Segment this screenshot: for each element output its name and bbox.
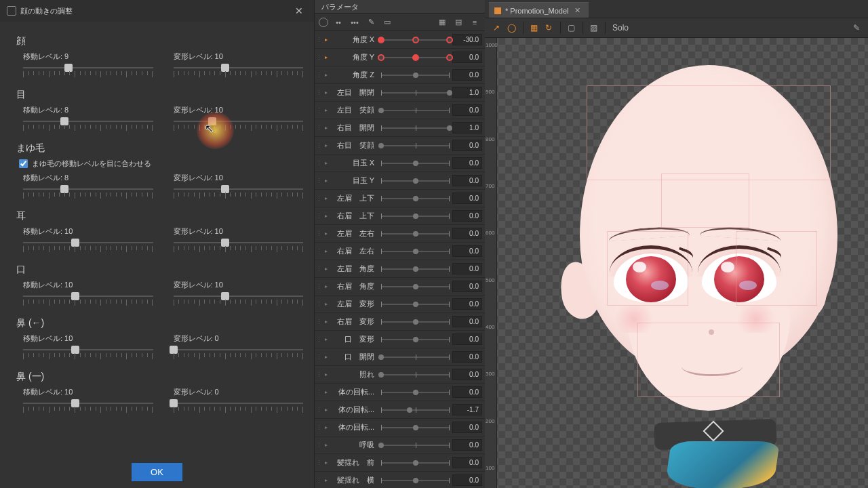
row-handle-icon[interactable]: ⋮ [316,160,323,167]
sync-brow-checkbox[interactable]: まゆ毛の移動レベルを目に合わせる [19,159,303,169]
list-icon[interactable]: ▤ [452,16,465,28]
row-handle-icon[interactable]: ⋮ [316,389,323,396]
row-handle-icon[interactable]: ⋮ [316,354,323,361]
level-slider[interactable]: 変形レベル: 10 [174,52,304,79]
row-handle-icon[interactable]: ⋮ [316,336,323,343]
row-handle-icon[interactable]: ⋮ [316,142,323,149]
level-slider[interactable]: 変形レベル: 0 [174,387,304,415]
param-value[interactable]: -30.0 [452,34,482,45]
tool-arrow-icon[interactable]: ↗ [490,22,502,34]
row-handle-icon[interactable]: ⋮ [316,178,323,184]
param-value[interactable]: 1.0 [452,87,482,98]
param-row[interactable]: ⋮ ▸ 目玉 X 0.0 [315,155,485,172]
param-value[interactable]: 0.0 [452,69,482,81]
row-handle-icon[interactable]: ⋮ [316,248,323,255]
level-slider[interactable]: 変形レベル: 10 [174,173,304,201]
level-slider[interactable]: 移動レベル: 8 [23,173,153,201]
parameter-tab[interactable]: パラメータ [315,0,485,14]
key-edit-icon[interactable]: ✎ [365,16,377,28]
row-handle-icon[interactable]: ⋮ [316,460,323,466]
param-value[interactable]: 0.0 [452,333,482,345]
param-row[interactable]: ⋮ ▸ 呼吸 0.0 [315,436,485,454]
param-row[interactable]: ⋮ ▸ 体の回転... 0.0 [315,384,485,401]
param-value[interactable]: 0.0 [452,298,482,310]
row-handle-icon[interactable]: ⋮ [316,266,323,272]
param-value[interactable]: 0.0 [452,439,482,451]
param-row[interactable]: ⋮ ▸ 目玉 Y 0.0 [315,172,485,190]
param-row[interactable]: ⋮ ▸ 右眉 上下 0.0 [315,207,485,225]
row-handle-icon[interactable]: ⋮ [316,37,323,43]
param-row[interactable]: ⋮ ▸ 髪揺れ 横 0.0 [315,472,485,488]
row-handle-icon[interactable]: ⋮ [316,195,323,202]
level-slider[interactable]: 移動レベル: 10 [23,280,153,308]
param-row[interactable]: ⋮ ▸ 左目 笑顔 0.0 [315,102,485,119]
level-slider[interactable]: 変形レベル: 0 [174,333,304,361]
param-value[interactable]: 0.0 [452,281,482,292]
level-slider[interactable]: 移動レベル: 10 [23,333,153,361]
param-value[interactable]: 0.0 [452,245,482,257]
param-value[interactable]: 0.0 [452,192,482,204]
row-handle-icon[interactable]: ⋮ [316,407,323,413]
row-handle-icon[interactable]: ⋮ [316,72,323,79]
param-row[interactable]: ⋮ ▸ 右眉 変形 0.0 [315,313,485,331]
param-row[interactable]: ⋮ ▸ 右目 笑顔 0.0 [315,137,485,155]
param-value[interactable]: 0.0 [452,457,482,468]
tool-rotate-icon[interactable]: ↻ [542,22,555,34]
param-row[interactable]: ⋮ ▸ 角度 Y 0.0 [315,49,485,66]
level-slider[interactable]: 変形レベル: 10 [174,105,304,133]
param-row[interactable]: ⋮ ▸ 左眉 左右 0.0 [315,225,485,243]
param-row[interactable]: ⋮ ▸ 体の回転... -1.7 [315,401,485,419]
param-value[interactable]: 0.0 [452,316,482,327]
param-row[interactable]: ⋮ ▸ 左眉 上下 0.0 [315,190,485,207]
level-slider[interactable]: 変形レベル: 10 [174,226,304,254]
param-row[interactable]: ⋮ ▸ 左目 開閉 1.0 [315,84,485,102]
level-slider[interactable]: 変形レベル: 10 [174,280,304,308]
canvas[interactable]: 1000900800700600500400300200100 [485,38,868,488]
param-value[interactable]: 1.0 [452,122,482,134]
param-row[interactable]: ⋮ ▸ 右目 開閉 1.0 [315,119,485,137]
row-handle-icon[interactable]: ⋮ [316,477,323,484]
tool-lasso-icon[interactable]: ◯ [505,22,517,34]
key-scale-icon[interactable]: ▭ [381,16,393,28]
row-handle-icon[interactable]: ⋮ [316,213,323,220]
param-row[interactable]: ⋮ ▸ 照れ 0.0 [315,366,485,384]
param-value[interactable]: 0.0 [452,422,482,433]
row-handle-icon[interactable]: ⋮ [316,301,323,308]
level-slider[interactable]: 移動レベル: 10 [23,387,153,415]
row-handle-icon[interactable]: ⋮ [316,89,323,96]
tool-bound-icon[interactable]: ▢ [565,22,577,34]
row-handle-icon[interactable]: ⋮ [316,54,323,61]
dialog-titlebar[interactable]: 顔の動きの調整 ✕ [0,0,314,22]
param-value[interactable]: 0.0 [452,157,482,169]
row-handle-icon[interactable]: ⋮ [316,424,323,431]
param-row[interactable]: ⋮ ▸ 体の回転... 0.0 [315,419,485,436]
param-row[interactable]: ⋮ ▸ 右眉 角度 0.0 [315,278,485,296]
row-handle-icon[interactable]: ⋮ [316,230,323,237]
param-value[interactable]: 0.0 [452,228,482,239]
menu-icon[interactable]: ≡ [469,16,481,28]
row-handle-icon[interactable]: ⋮ [316,442,323,449]
level-slider[interactable]: 移動レベル: 8 [23,105,153,133]
param-row[interactable]: ⋮ ▸ 口 開閉 0.0 [315,348,485,366]
param-row[interactable]: ⋮ ▸ 左眉 角度 0.0 [315,260,485,278]
row-handle-icon[interactable]: ⋮ [316,107,323,114]
param-value[interactable]: 0.0 [452,263,482,274]
file-tab[interactable]: * Promotion_Model ✕ [489,2,589,18]
tab-close-icon[interactable]: ✕ [573,6,582,15]
dropper-icon[interactable]: ✎ [850,22,863,34]
param-row[interactable]: ⋮ ▸ 口 変形 0.0 [315,331,485,348]
tool-grid-icon[interactable]: ▨ [587,22,599,34]
param-value[interactable]: 0.0 [452,474,482,486]
param-value[interactable]: 0.0 [452,351,482,363]
param-value[interactable]: -1.7 [452,404,482,415]
param-value[interactable]: 0.0 [452,175,482,186]
param-row[interactable]: ⋮ ▸ 角度 X -30.0 [315,31,485,49]
param-value[interactable]: 0.0 [452,140,482,151]
grid-icon[interactable]: ▦ [436,16,448,28]
tool-mesh-icon[interactable]: ▦ [528,22,540,34]
level-slider[interactable]: 移動レベル: 9 [23,52,153,79]
row-handle-icon[interactable]: ⋮ [316,371,323,378]
param-row[interactable]: ⋮ ▸ 右眉 左右 0.0 [315,243,485,260]
param-row[interactable]: ⋮ ▸ 左眉 変形 0.0 [315,296,485,313]
record-icon[interactable] [319,18,328,27]
